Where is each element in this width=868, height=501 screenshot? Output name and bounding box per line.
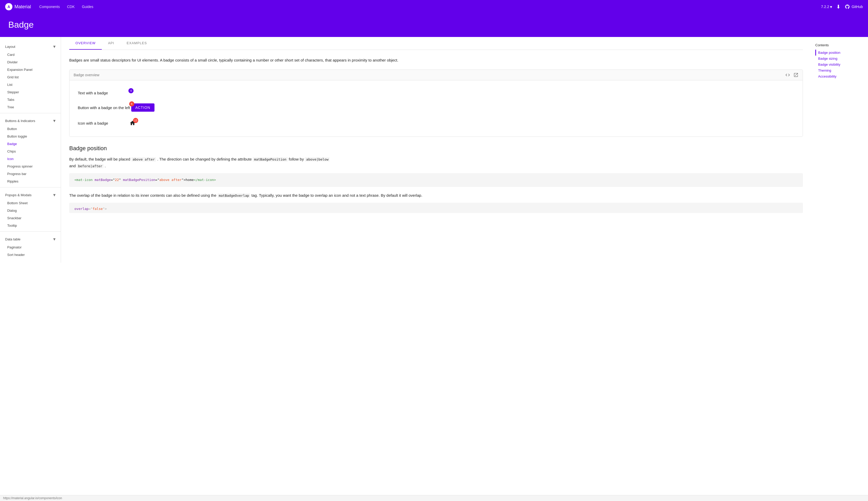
sidebar-section-header-popups[interactable]: Popups & Modals ▾ [0,191,61,199]
sidebar-item-snackbar[interactable]: Snackbar [0,214,61,222]
tabs-row: OVERVIEW API EXAMPLES [69,37,803,50]
sidebar-item-chips[interactable]: Chips [0,148,61,155]
content-area: OVERVIEW API EXAMPLES Badges are small s… [61,37,811,263]
badge-number-15: 15 [133,118,138,123]
sidebar-item-ripples[interactable]: Ripples [0,178,61,185]
main-layout: Layout ▾ Card Divider Expansion Panel Gr… [0,37,868,263]
sidebar-item-expansion-panel[interactable]: Expansion Panel [0,66,61,73]
sidebar-section-label-datatable: Data table [5,237,20,241]
code-attr-position: matBadgePosition [123,178,155,182]
top-navigation: A Material Components CDK Guides 7.2.2 ▾… [0,0,868,13]
demo-box-body: Text with a badge 4 Button with a badge … [69,81,803,137]
demo-row-button-badge: Button with a badge on the left 8 Action [78,104,794,112]
toc-item-theming[interactable]: Theming [815,67,864,73]
sidebar-item-icon[interactable]: Icon [0,155,61,163]
nav-cdk[interactable]: CDK [67,5,75,9]
text-badge-wrapper: 4 [129,91,131,95]
sidebar-item-tree[interactable]: Tree [0,104,61,111]
prose1-mid2: follow by [289,157,304,161]
sidebar-item-progress-spinner[interactable]: Progress spinner [0,163,61,170]
sidebar-section-header-layout[interactable]: Layout ▾ [0,42,61,51]
prose1-code3: above|below [305,157,330,162]
download-icon[interactable]: ⬇ [836,4,840,10]
prose2-suffix: tag. Typically, you want the badge to ov… [251,193,422,198]
prose1-code1: above after [131,157,156,162]
sidebar-section-header-buttons[interactable]: Buttons & Indicators ▾ [0,116,61,125]
badge-overlap-prose: The overlap of the badge in relation to … [69,192,803,199]
badge-position-heading: Badge position [69,145,803,152]
page-title: Badge [8,20,860,30]
sidebar-item-dialog[interactable]: Dialog [0,207,61,214]
sidebar-item-progress-bar[interactable]: Progress bar [0,170,61,178]
demo-box-title: Badge overview [74,73,99,77]
version-selector[interactable]: 7.2.2 ▾ [821,4,832,9]
toc-item-badge-visibility[interactable]: Badge visibility [815,62,864,67]
page-title-band: Badge [0,13,868,37]
sidebar-item-button[interactable]: Button [0,125,61,132]
toc-panel: Contents Badge position Badge sizing Bad… [811,37,868,263]
code-block-badge-position: <mat-icon matBadge="22" matBadgePosition… [69,173,803,187]
sidebar-section-label-popups: Popups & Modals [5,193,32,197]
open-external-button[interactable] [793,72,799,77]
toc-item-accessibility[interactable]: Accessibility [815,73,864,79]
sidebar-item-tooltip[interactable]: Tooltip [0,222,61,229]
action-button[interactable]: Action [131,104,154,112]
partial-code-val: false [92,207,102,211]
sidebar-item-sort-header[interactable]: Sort header [0,251,61,258]
prose1-suffix: and [69,164,76,168]
nav-guides[interactable]: Guides [82,5,93,9]
nav-right: 7.2.2 ▾ ⬇ GitHub [821,4,863,10]
sidebar-item-card[interactable]: Card [0,51,61,58]
sidebar-section-layout: Layout ▾ Card Divider Expansion Panel Gr… [0,40,61,112]
sidebar-item-stepper[interactable]: Stepper [0,88,61,96]
overview-description: Badges are small status descriptors for … [69,57,803,63]
sidebar: Layout ▾ Card Divider Expansion Panel Gr… [0,37,61,263]
sidebar-item-grid-list[interactable]: Grid list [0,73,61,81]
github-link[interactable]: GitHub [845,4,863,9]
tab-overview[interactable]: OVERVIEW [69,37,102,50]
sidebar-item-bottom-sheet[interactable]: Bottom Sheet [0,199,61,207]
sidebar-item-badge[interactable]: Badge [0,140,61,148]
code-attr-badge: matBadge [95,178,111,182]
brand-logo[interactable]: A Material [5,3,31,10]
prose1-mid: . The direction can be changed by defini… [157,157,252,161]
code-toggle-button[interactable] [785,72,790,77]
code-val-position: above after [160,178,182,182]
badge-number-4: 4 [128,88,134,93]
prose1-code4: before|after [77,164,103,168]
chevron-up-icon-3: ▾ [53,192,56,198]
prose2-code: matBadgeOverlap [218,193,250,198]
version-label: 7.2.2 [821,5,829,9]
chevron-down-icon: ▾ [830,4,832,9]
badge-number-8: 8 [129,102,134,107]
sidebar-divider-2 [0,187,61,188]
sidebar-section-header-datatable[interactable]: Data table ▾ [0,235,61,244]
sidebar-item-paginator[interactable]: Paginator [0,244,61,251]
demo-box-header: Badge overview [69,70,803,81]
sidebar-item-button-toggle[interactable]: Button toggle [0,132,61,140]
sidebar-item-tabs[interactable]: Tabs [0,96,61,104]
button-badge-wrapper: 8 Action [131,104,154,112]
partial-code-block: overlap="false"> [69,203,803,213]
sidebar-section-buttons: Buttons & Indicators ▾ Button Button tog… [0,114,61,186]
github-icon [845,4,850,9]
nav-components[interactable]: Components [39,5,60,9]
tab-api[interactable]: API [102,37,120,50]
toc-item-badge-sizing[interactable]: Badge sizing [815,56,864,62]
prose2-prefix: The overlap of the badge in relation to … [69,193,217,198]
sidebar-section-label-layout: Layout [5,45,15,49]
chevron-up-icon-2: ▾ [53,118,56,124]
sidebar-item-divider[interactable]: Divider [0,58,61,66]
toc-item-badge-position[interactable]: Badge position [815,50,864,56]
chevron-up-icon-4: ▾ [53,236,56,242]
code-tag-open: <mat-icon [74,178,95,182]
demo-row-icon-badge: Icon with a badge 15 [78,120,794,126]
sidebar-item-list[interactable]: List [0,81,61,88]
nav-links: Components CDK Guides [39,5,813,9]
demo-box-actions [785,72,799,77]
code-icon [785,72,790,77]
toc-title: Contents [815,43,864,47]
angular-logo-icon: A [5,3,12,10]
tab-examples[interactable]: EXAMPLES [120,37,153,50]
demo-row-button-badge-label: Button with a badge on the left [78,106,130,110]
